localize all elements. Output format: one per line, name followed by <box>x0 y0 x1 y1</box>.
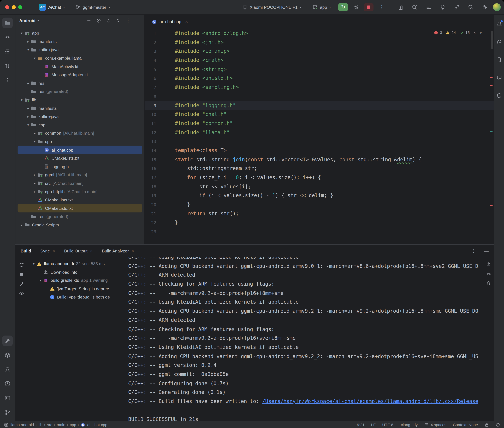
status-widget-context-none[interactable]: Context: None <box>453 422 478 427</box>
device-selector[interactable]: Xiaomi POCOPHONE F1 ▾ <box>239 3 304 11</box>
pull-requests-tool-button[interactable] <box>2 61 13 71</box>
tree-item-cmakelists-txt[interactable]: CMakeLists.txt <box>18 204 142 213</box>
next-problem-button[interactable]: ∨ <box>479 31 482 35</box>
build-tree-item[interactable]: 'jvmTarget: String' is deprec <box>28 285 124 293</box>
commit-tool-button[interactable] <box>2 32 13 42</box>
stop-button[interactable] <box>19 272 24 277</box>
hide-button[interactable]: — <box>135 18 140 23</box>
editor-scrollbar[interactable] <box>491 31 493 49</box>
notifications-tool-button[interactable] <box>494 18 504 29</box>
chevron-right-icon[interactable]: ▸ <box>25 81 31 85</box>
console-file-link[interactable]: /Users/hanyin/Workspace/ai-chat/examples… <box>262 399 478 404</box>
code-line[interactable]: 5#include <string> <box>145 65 494 74</box>
locate-button[interactable] <box>96 18 101 23</box>
chevron-right-icon[interactable]: ▸ <box>32 173 37 177</box>
status-widget-4-spaces[interactable]: 4 spaces <box>424 422 446 427</box>
problems-tool-button[interactable] <box>2 379 13 389</box>
build-tool-button[interactable] <box>2 336 13 346</box>
error-stripe-mark[interactable] <box>490 205 493 206</box>
code-line[interactable]: 10#include "chat.h" <box>145 110 494 119</box>
stop-button[interactable] <box>364 3 374 11</box>
build-panel-more-button[interactable]: ⋮ <box>471 248 476 254</box>
profile-avatar[interactable] <box>493 3 501 11</box>
code-line[interactable]: 6#include <unistd.h> <box>145 74 494 83</box>
build-tree-item[interactable]: ▾llama.android: fi22 sec, 583 ms <box>28 260 124 268</box>
add-button[interactable] <box>86 18 91 23</box>
build-tree-item[interactable]: ▾build.gradle.ktsapp 1 warning <box>28 276 124 285</box>
build-tree-item[interactable]: BuildType 'debug' is both de <box>28 293 124 301</box>
tree-item-kotlin-java[interactable]: ▾kotlin+java <box>18 46 142 54</box>
collapse-all-button[interactable] <box>116 18 121 23</box>
tree-item-cmakelists-txt[interactable]: CMakeLists.txt <box>18 154 142 163</box>
debug-button[interactable] <box>352 3 360 11</box>
breadcrumb-item-ai-chat-cpp[interactable]: ai_chat.cpp <box>81 422 107 427</box>
structure-tool-button[interactable] <box>2 46 13 57</box>
terminal-tool-button[interactable] <box>2 393 13 403</box>
tree-item-kotlin-java[interactable]: ▸kotlin+java <box>18 112 142 121</box>
expand-all-button[interactable] <box>106 18 111 23</box>
project-tool-button[interactable] <box>2 18 13 28</box>
code-line[interactable]: 13 <box>145 137 494 146</box>
code-editor[interactable]: 1#include <android/log.h>2#include <jni.… <box>145 29 494 236</box>
lock-icon[interactable] <box>485 422 489 427</box>
chevron-right-icon[interactable]: ▸ <box>25 106 31 110</box>
chevron-right-icon[interactable]: ▸ <box>25 115 31 118</box>
tree-item-lib[interactable]: ▾lib <box>18 96 142 104</box>
code-line[interactable]: 3#include <iomanip> <box>145 47 494 56</box>
pin-button[interactable] <box>19 281 24 286</box>
close-tab-icon[interactable]: × <box>131 248 134 254</box>
chevron-down-icon[interactable]: ▾ <box>32 140 37 143</box>
chevron-down-icon[interactable]: ▾ <box>32 56 37 60</box>
chevron-right-icon[interactable]: ▸ <box>25 40 31 43</box>
code-line[interactable]: 12#include "llama.h" <box>145 128 494 137</box>
version-control-tool-button[interactable] <box>2 407 13 418</box>
error-stripe-mark[interactable] <box>490 85 493 86</box>
project-selector[interactable]: AC AiChat ▾ <box>36 2 68 12</box>
close-window-button[interactable] <box>5 5 9 9</box>
code-line[interactable]: 2#include <jni.h> <box>145 38 494 47</box>
code-line[interactable]: 8 <box>145 92 494 101</box>
more-actions-button[interactable]: ⋮ <box>377 3 386 11</box>
chevron-right-icon[interactable]: ▸ <box>32 190 37 193</box>
tree-item-cpp[interactable]: ▾cpp <box>18 121 142 129</box>
soft-wrap-button[interactable] <box>486 271 491 276</box>
services-tool-button[interactable] <box>2 364 13 375</box>
tree-item-res[interactable]: res (generated) <box>18 212 142 221</box>
build-console[interactable]: C/C++: -- Using KleidiAI optimized kerne… <box>124 257 494 421</box>
scroll-end-button[interactable] <box>486 261 491 266</box>
status-widget-utf-8[interactable]: UTF-8 <box>382 422 393 427</box>
breadcrumb-item-main[interactable]: main <box>57 422 65 427</box>
tree-item-ai-chat-cpp[interactable]: ai_chat.cpp <box>18 146 142 154</box>
build-tree-item[interactable]: Download info <box>28 268 124 276</box>
inspections-widget[interactable]: 3 24 15 ∧ ∨ <box>434 30 482 35</box>
tree-item-cpp[interactable]: ▾cpp <box>18 137 142 146</box>
device-manager-tool-button[interactable] <box>494 54 504 65</box>
tree-item-cpp-httplib[interactable]: ▸cpp-httplib [AiChat.lib.main] <box>18 187 142 196</box>
error-stripe-mark[interactable] <box>490 131 493 132</box>
breadcrumb-item-lib[interactable]: lib <box>39 422 43 427</box>
build-tab-sync[interactable]: Sync× <box>40 248 55 254</box>
code-line[interactable]: 11#include "common.h" <box>145 119 494 128</box>
extensions-button[interactable] <box>440 4 445 10</box>
chevron-down-icon[interactable]: ▾ <box>19 98 24 102</box>
status-widget--clang-tidy[interactable]: .clang-tidy <box>400 422 418 427</box>
code-line[interactable]: 14template<class T> <box>145 146 494 155</box>
tree-item-res[interactable]: ▸res <box>18 79 142 87</box>
settings-button[interactable] <box>482 4 488 10</box>
close-tab-icon[interactable]: × <box>52 248 55 254</box>
editor-tab-ai-chat-cpp[interactable]: ai_chat.cpp × <box>148 15 191 29</box>
previous-problem-button[interactable]: ∧ <box>473 31 476 35</box>
code-line[interactable]: 15static std::string join(const std::vec… <box>145 155 494 165</box>
tree-item-manifests[interactable]: ▸manifests <box>18 104 142 112</box>
breadcrumb-item-src[interactable]: src <box>47 422 52 427</box>
more-button[interactable]: ⋮ <box>126 18 130 24</box>
minimize-window-button[interactable] <box>12 5 16 9</box>
code-line[interactable]: 9#include "logging.h" <box>145 101 494 110</box>
breadcrumb-item-cpp[interactable]: cpp <box>70 422 76 427</box>
tree-item-src[interactable]: ▸src [AiChat.lib.main] <box>18 179 142 188</box>
run-config-selector[interactable]: app ▾ <box>309 3 334 11</box>
code-line[interactable]: 19 if (i < values.size() - 1) { str << d… <box>145 191 494 200</box>
chevron-right-icon[interactable]: ▸ <box>32 131 37 135</box>
status-widget-lf[interactable]: LF <box>371 422 376 427</box>
chevron-down-icon[interactable]: ▾ <box>25 48 31 52</box>
